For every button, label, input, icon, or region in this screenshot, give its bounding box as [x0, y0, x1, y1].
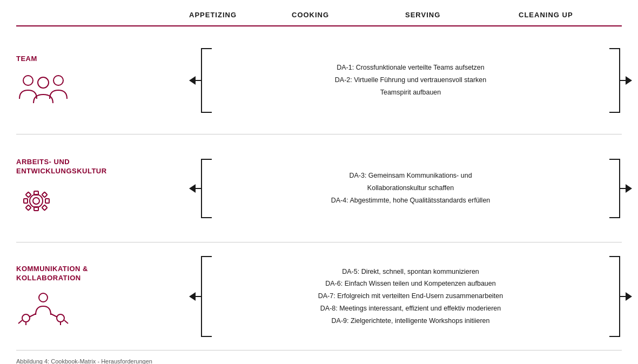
svg-point-13: [39, 293, 48, 302]
svg-rect-12: [42, 205, 48, 210]
svg-rect-8: [45, 199, 49, 203]
arbeitskultur-da3b: Kollaborationskultur schaffen: [214, 183, 607, 193]
header-serving: SERVING: [405, 5, 519, 21]
svg-point-4: [33, 198, 39, 204]
arbeitskultur-line-left: [196, 188, 201, 189]
svg-point-0: [23, 76, 33, 85]
header-cleaningup: CLEANING UP: [519, 5, 632, 21]
team-brace-left: [201, 48, 212, 113]
kommunikation-inner-content: DA-5: Direkt, schnell, spontan kommunizi…: [212, 261, 609, 332]
arbeitskultur-brace-right: [609, 159, 620, 218]
team-arrowhead-left: [189, 76, 196, 85]
kommunikation-brace-right: [609, 256, 620, 337]
arbeitskultur-inner-content: DA-3: Gemeinsam Kommunikations- und Koll…: [212, 165, 609, 211]
team-da2b: Teamspirit aufbauen: [214, 87, 607, 98]
arbeitskultur-line-right: [620, 188, 626, 189]
arbeitskultur-da4: DA-4: Abgestimmte, hohe Qualitätsstandar…: [214, 196, 607, 206]
collab-icon: [16, 290, 70, 328]
svg-point-14: [22, 314, 30, 322]
arbeitskultur-arrowhead-right: [626, 184, 632, 193]
kommunikation-da5: DA-5: Direkt, schnell, spontan kommunizi…: [214, 267, 607, 277]
arbeitskultur-da3a: DA-3: Gemeinsam Kommunikations- und: [214, 171, 607, 181]
header-row: APPETIZING COOKING SERVING CLEANING UP: [16, 5, 622, 26]
kommunikation-arrowhead-right: [626, 292, 632, 301]
svg-point-3: [30, 194, 43, 207]
kommunikation-arrowhead-left: [189, 292, 196, 301]
svg-line-17: [51, 314, 57, 317]
section-team: TEAM DA-1: Crossfunktiona: [16, 26, 622, 134]
row-label-team: TEAM: [16, 44, 189, 117]
svg-point-2: [38, 77, 49, 88]
team-da2a: DA-2: Virtuelle Führung und vertrauensvo…: [214, 75, 607, 85]
gear-icon: [16, 184, 57, 219]
team-icon: [16, 71, 70, 106]
team-arrowhead-right: [626, 76, 632, 85]
arbeitskultur-arrow-area: DA-3: Gemeinsam Kommunikations- und Koll…: [189, 134, 632, 242]
svg-rect-9: [26, 192, 31, 197]
svg-point-15: [57, 314, 64, 322]
team-title: TEAM: [16, 55, 184, 64]
team-line-right1: [620, 80, 626, 81]
svg-rect-10: [42, 192, 48, 197]
kommunikation-brace-left: [201, 256, 212, 337]
arbeitskultur-brace-left: [201, 159, 212, 218]
section-arbeitskultur: ARBEITS- UNDENTWICKLUNGSKULTUR DA: [16, 134, 622, 242]
svg-line-18: [18, 320, 22, 323]
svg-line-20: [64, 320, 68, 323]
svg-point-1: [53, 76, 63, 85]
kommunikation-da6: DA-6: Einfach Wissen teilen und Kompeten…: [214, 279, 607, 289]
header-appetizing: APPETIZING: [189, 5, 292, 21]
kommunikation-da8: DA-8: Meetings interessant, effizient un…: [214, 304, 607, 314]
kommunikation-title: KOMMUNIKATION &KOLLABORATION: [16, 265, 184, 283]
team-inner-content: DA-1: Crossfunktionale verteilte Teams a…: [212, 57, 609, 103]
svg-rect-7: [24, 199, 28, 203]
kommunikation-da9: DA-9: Zielgerichtete, intelligente Works…: [214, 316, 607, 326]
page: APPETIZING COOKING SERVING CLEANING UP T…: [0, 0, 638, 364]
header-col0: [16, 5, 189, 21]
kommunikation-arrow-area: DA-5: Direkt, schnell, spontan kommunizi…: [189, 242, 632, 350]
row-label-arbeitskultur: ARBEITS- UNDENTWICKLUNGSKULTUR: [16, 147, 189, 230]
arbeitskultur-arrowhead-left: [189, 184, 196, 193]
team-brace-right: [609, 48, 620, 113]
kommunikation-line-left: [196, 296, 201, 297]
team-line-left1: [196, 80, 201, 81]
svg-rect-11: [26, 205, 31, 210]
kommunikation-line-right: [620, 296, 626, 297]
svg-line-16: [29, 314, 36, 317]
row-label-kommunikation: KOMMUNIKATION &KOLLABORATION: [16, 254, 189, 339]
arbeitskultur-title: ARBEITS- UNDENTWICKLUNGSKULTUR: [16, 158, 184, 176]
team-arrow-area: DA-1: Crossfunktionale verteilte Teams a…: [189, 26, 632, 134]
section-kommunikation: KOMMUNIKATION &KOLLABORATION: [16, 242, 622, 350]
team-da1: DA-1: Crossfunktionale verteilte Teams a…: [214, 63, 607, 73]
caption: Abbildung 4: Cookbook-Matrix - Herausfor…: [16, 356, 622, 364]
kommunikation-da7: DA-7: Erfolgreich mit verteilten End-Use…: [214, 291, 607, 301]
header-cooking: COOKING: [292, 5, 405, 21]
